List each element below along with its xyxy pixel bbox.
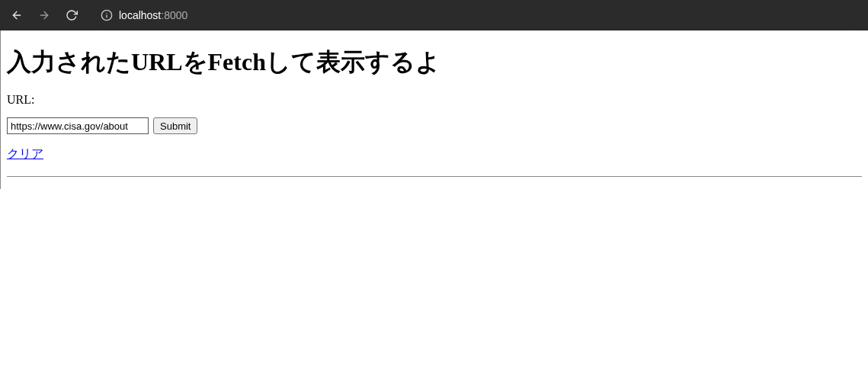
url-label: URL:: [7, 93, 862, 107]
arrow-right-icon: [38, 9, 50, 21]
forward-button[interactable]: [34, 5, 55, 26]
reload-button[interactable]: [61, 5, 82, 26]
address-bar[interactable]: localhost:8000: [93, 4, 862, 27]
back-button[interactable]: [6, 5, 27, 26]
page-content: 入力されたURLをFetchして表示するよ URL: Submit クリア: [0, 30, 868, 189]
submit-button[interactable]: Submit: [153, 117, 197, 134]
address-host: localhost: [119, 9, 161, 21]
url-form: Submit: [7, 117, 862, 134]
address-port: :8000: [161, 9, 187, 21]
reload-icon: [66, 9, 78, 21]
clear-link[interactable]: クリア: [7, 147, 43, 160]
browser-toolbar: localhost:8000: [0, 0, 868, 30]
arrow-left-icon: [11, 9, 23, 21]
divider: [7, 176, 862, 177]
url-input[interactable]: [7, 117, 149, 134]
address-text: localhost:8000: [119, 9, 187, 21]
page-title: 入力されたURLをFetchして表示するよ: [7, 46, 862, 79]
site-info-icon[interactable]: [101, 9, 113, 21]
